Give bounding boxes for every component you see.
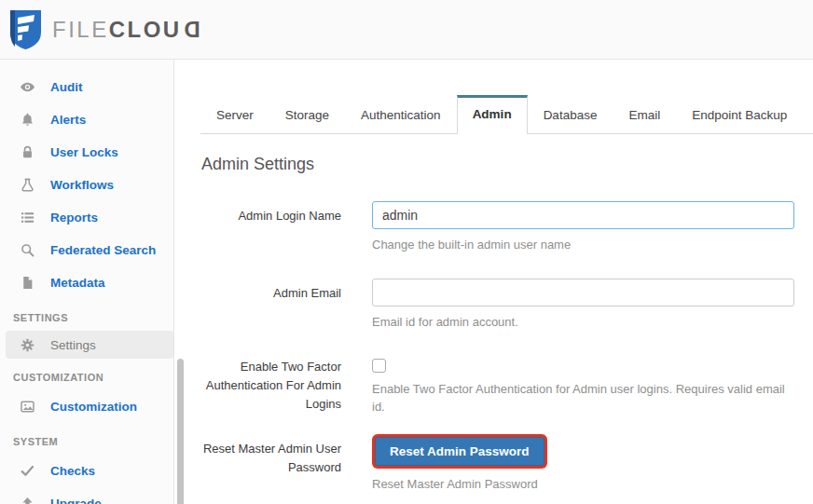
tab-endpoint-backup[interactable]: Endpoint Backup xyxy=(676,96,803,134)
sidebar-item-label: Metadata xyxy=(50,276,105,290)
sidebar-item-label: Federated Search xyxy=(50,243,156,257)
shield-logo-icon xyxy=(9,8,42,50)
admin-email-label: Admin Email xyxy=(201,279,341,331)
sidebar-item-label: Workflows xyxy=(50,178,114,192)
admin-login-name-help: Change the built-in admin user name xyxy=(372,236,794,253)
sidebar-item-audit[interactable]: Audit xyxy=(0,71,173,103)
two-factor-help: Enable Two Factor Authentication for Adm… xyxy=(372,380,794,415)
sidebar-item-label: Settings xyxy=(50,338,96,352)
form-row-admin-email: Admin Email Email id for admin account. xyxy=(201,279,813,331)
gear-icon xyxy=(20,337,35,353)
arrow-up-icon xyxy=(20,496,35,504)
admin-login-name-input[interactable] xyxy=(372,201,794,229)
reset-admin-password-button[interactable]: Reset Admin Password xyxy=(375,437,544,466)
app-header: FILECLOUD xyxy=(0,0,813,60)
settings-tabbar: Server Storage Authentication Admin Data… xyxy=(200,93,813,134)
admin-email-help: Email id for admin account. xyxy=(372,313,794,331)
image-icon xyxy=(20,399,35,415)
sidebar-item-upgrade[interactable]: Upgrade xyxy=(0,487,173,504)
tab-database[interactable]: Database xyxy=(528,96,613,134)
admin-email-controls: Email id for admin account. xyxy=(372,279,794,331)
form-row-two-factor: Enable Two Factor Authentication For Adm… xyxy=(201,356,813,415)
two-factor-checkbox[interactable] xyxy=(372,359,386,373)
sidebar-scrollbar-thumb[interactable] xyxy=(177,359,184,504)
sidebar-item-label: User Locks xyxy=(50,145,118,159)
logo-text-cloud: CLOU xyxy=(109,17,182,43)
sidebar-section-customization: CUSTOMIZATION xyxy=(0,359,173,390)
tab-admin[interactable]: Admin xyxy=(457,95,528,134)
sidebar-item-label: Upgrade xyxy=(50,497,102,504)
sidebar-item-metadata[interactable]: Metadata xyxy=(0,266,173,299)
search-icon xyxy=(20,242,35,258)
admin-email-input[interactable] xyxy=(372,279,794,306)
sidebar-item-workflows[interactable]: Workflows xyxy=(0,169,173,201)
sidebar-item-label: Customization xyxy=(50,400,137,414)
reset-password-controls: Reset Admin Password Reset Master Admin … xyxy=(372,434,794,493)
sidebar-item-label: Checks xyxy=(50,464,95,478)
logo-text-file: FILE xyxy=(52,17,109,43)
sidebar-item-label: Reports xyxy=(50,211,98,225)
sidebar-item-user-locks[interactable]: User Locks xyxy=(0,136,173,169)
reset-password-help: Reset Master Admin Password xyxy=(372,475,794,493)
bell-icon xyxy=(20,112,35,128)
logo-wordmark: FILECLOUD xyxy=(52,17,200,43)
two-factor-label: Enable Two Factor Authentication For Adm… xyxy=(201,356,341,415)
tab-email[interactable]: Email xyxy=(613,96,676,134)
sidebar-nav: Audit Alerts User Locks Workflows Report… xyxy=(0,60,174,504)
main-content: Server Storage Authentication Admin Data… xyxy=(186,60,813,504)
sidebar-item-reports[interactable]: Reports xyxy=(0,201,173,234)
sidebar-scrollbar-track[interactable] xyxy=(175,60,186,504)
sidebar-item-federated-search[interactable]: Federated Search xyxy=(0,234,173,266)
form-row-admin-login-name: Admin Login Name Change the built-in adm… xyxy=(201,201,813,253)
sidebar-item-alerts[interactable]: Alerts xyxy=(0,103,173,136)
sidebar-section-settings: SETTINGS xyxy=(0,299,173,331)
eye-icon xyxy=(20,79,35,95)
lock-icon xyxy=(20,144,35,160)
sidebar-section-system: SYSTEM xyxy=(0,423,173,455)
file-icon xyxy=(20,275,35,291)
admin-login-name-label: Admin Login Name xyxy=(201,201,341,253)
flask-icon xyxy=(20,177,35,193)
tab-authentication[interactable]: Authentication xyxy=(345,96,457,134)
tab-storage[interactable]: Storage xyxy=(269,96,345,134)
reset-password-label: Reset Master Admin User Password xyxy=(201,434,341,493)
sidebar-item-settings[interactable]: Settings xyxy=(6,331,173,359)
admin-settings-form: Admin Login Name Change the built-in adm… xyxy=(201,201,813,493)
sidebar-item-label: Audit xyxy=(50,80,83,94)
sidebar-item-checks[interactable]: Checks xyxy=(0,455,173,487)
sidebar-item-label: Alerts xyxy=(50,113,86,127)
admin-login-name-controls: Change the built-in admin user name xyxy=(372,201,794,253)
two-factor-controls: Enable Two Factor Authentication for Adm… xyxy=(372,356,794,415)
form-row-reset-password: Reset Master Admin User Password Reset A… xyxy=(201,434,813,493)
tab-server[interactable]: Server xyxy=(200,96,269,134)
logo-text-reversed-d: D xyxy=(182,17,200,43)
list-icon xyxy=(20,210,35,225)
page-title: Admin Settings xyxy=(201,155,813,174)
sidebar-item-customization[interactable]: Customization xyxy=(0,390,173,423)
fileclloud-logo: FILECLOUD xyxy=(9,8,200,50)
check-icon xyxy=(20,463,35,479)
